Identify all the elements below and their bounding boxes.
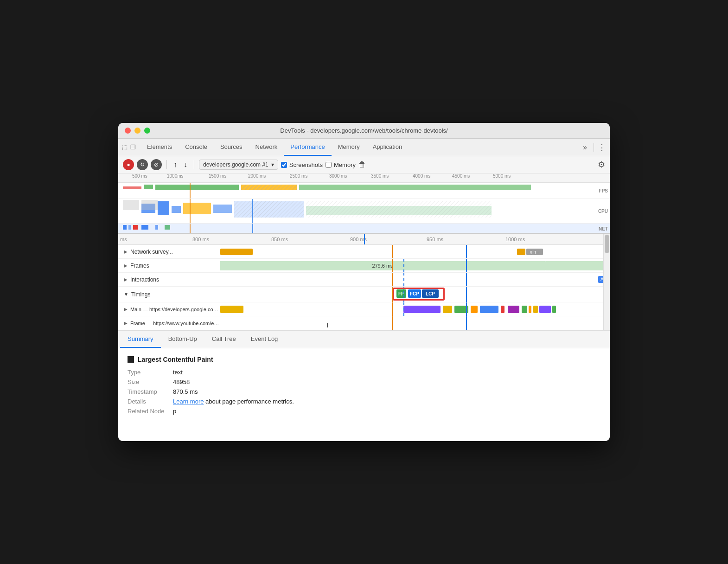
net-row: NET <box>118 224 610 234</box>
interactions-expand-arrow[interactable]: ▶ <box>124 277 128 282</box>
track-interactions: ▶ Interactions A... <box>118 273 610 287</box>
clear-button[interactable]: 🗑 <box>358 160 366 169</box>
network-expand-arrow[interactable]: ▶ <box>124 249 128 254</box>
tab-bottom-up[interactable]: Bottom-Up <box>161 331 204 348</box>
main-vline <box>466 302 467 316</box>
ruler2-tick-950: 950 ms <box>427 237 443 242</box>
detail-title: Largest Contentful Paint <box>128 356 600 363</box>
tab-performance[interactable]: Performance <box>284 139 331 156</box>
tab-sources[interactable]: Sources <box>214 139 249 156</box>
frames-vline-orange <box>392 259 393 272</box>
detail-size-row: Size 48958 <box>128 378 600 385</box>
svg-rect-1 <box>144 185 153 189</box>
network-vline <box>466 245 467 258</box>
detail-related-row: Related Node p <box>128 408 600 415</box>
tab-call-tree[interactable]: Call Tree <box>204 331 243 348</box>
size-value: 48958 <box>173 378 190 385</box>
copy-icon[interactable]: ❐ <box>130 144 136 151</box>
toolbar-sep-1 <box>166 160 167 169</box>
frame-expand-arrow[interactable]: ▶ <box>124 320 128 326</box>
frames-vline <box>466 259 467 272</box>
svg-rect-14 <box>234 201 304 218</box>
timing-fp-chip[interactable]: FP <box>396 289 406 298</box>
ruler-tick-1500: 1500 ms <box>209 173 226 179</box>
scrollbar[interactable] <box>603 234 610 330</box>
download-button[interactable]: ↓ <box>182 160 189 170</box>
svg-rect-0 <box>123 186 141 189</box>
main-bar-purple2 <box>508 306 519 313</box>
svg-rect-2 <box>155 185 239 190</box>
toolbar: ● ↻ ⊘ ↑ ↓ developers.google.com #1 ▾ Scr… <box>118 156 610 173</box>
timing-fcp-chip[interactable]: FCP <box>408 289 421 298</box>
memory-checkbox-label[interactable]: Memory <box>326 161 356 168</box>
memory-checkbox[interactable] <box>326 162 332 168</box>
fps-chart <box>118 183 610 199</box>
track-frames-label[interactable]: ▶ Frames <box>118 263 220 269</box>
net-chart <box>118 224 610 234</box>
frame-vline-orange <box>392 316 393 330</box>
bottom-tabs: Summary Bottom-Up Call Tree Event Log <box>118 331 610 348</box>
tab-elements[interactable]: Elements <box>140 139 179 156</box>
scrollbar-thumb[interactable] <box>605 235 609 253</box>
maximize-button[interactable] <box>144 128 150 134</box>
ruler-tick-1000: 1000ms <box>167 173 184 179</box>
svg-rect-22 <box>128 225 131 230</box>
timings-expand-arrow[interactable]: ▼ <box>124 292 128 297</box>
record-button[interactable]: ● <box>123 159 134 170</box>
timing-lcp-chip[interactable]: LCP <box>422 289 439 298</box>
screenshots-checkbox[interactable] <box>281 162 287 168</box>
frame-track-content <box>220 316 610 330</box>
type-label: Type <box>128 369 169 376</box>
title-bar: DevTools - developers.google.com/web/too… <box>118 123 610 139</box>
cursor-icon[interactable]: ⬚ <box>122 144 128 151</box>
timeline-detail[interactable]: ms 800 ms 850 ms 900 ms 950 ms 1000 ms ▶… <box>118 234 610 331</box>
window-title: DevTools - developers.google.com/web/too… <box>280 127 447 134</box>
main-bar-yellow <box>443 306 452 313</box>
tab-network[interactable]: Network <box>249 139 284 156</box>
menu-dots-button[interactable]: ⋮ <box>598 142 606 153</box>
upload-button[interactable]: ↑ <box>172 160 179 170</box>
minimize-button[interactable] <box>134 128 140 134</box>
tab-application[interactable]: Application <box>366 139 409 156</box>
settings-button[interactable]: ⚙ <box>598 160 605 170</box>
frames-expand-arrow[interactable]: ▶ <box>124 263 128 268</box>
main-vline-orange <box>392 302 393 316</box>
frames-label-text: Frames <box>130 263 149 269</box>
main-expand-arrow[interactable]: ▶ <box>124 307 128 312</box>
toolbar-sep-2 <box>194 160 194 169</box>
detail-timestamp-row: Timestamp 870.5 ms <box>128 388 600 395</box>
track-main-label[interactable]: ▶ Main — https://developers.google.com/w… <box>118 307 220 312</box>
tab-console[interactable]: Console <box>179 139 214 156</box>
main-bar-green3 <box>552 306 556 313</box>
cpu-chart <box>118 199 610 223</box>
frames-track-content: 279.6 ms <box>220 259 610 272</box>
close-button[interactable] <box>125 128 131 134</box>
tab-event-log[interactable]: Event Log <box>243 331 286 348</box>
network-vline-orange <box>392 245 393 258</box>
frames-bar: 279.6 ms <box>220 261 545 270</box>
timeline-ruler-2: ms 800 ms 850 ms 900 ms 950 ms 1000 ms <box>118 234 610 245</box>
more-tabs-button[interactable]: » <box>580 143 590 152</box>
reload-button[interactable]: ↻ <box>137 159 148 170</box>
url-chevron-icon: ▾ <box>271 161 274 168</box>
tab-summary[interactable]: Summary <box>120 331 161 348</box>
main-label-text: Main — https://developers.google.com/web… <box>130 307 220 312</box>
ruler2-tick-1000: 1000 ms <box>505 237 525 242</box>
url-selector[interactable]: developers.google.com #1 ▾ <box>199 160 278 170</box>
overview-panel[interactable]: FPS CPU <box>118 183 610 234</box>
track-timings-label[interactable]: ▼ Timings <box>118 291 220 298</box>
ruler2-tick-850: 850 ms <box>271 237 288 242</box>
tab-memory[interactable]: Memory <box>332 139 366 156</box>
learn-more-link[interactable]: Learn more <box>173 398 204 405</box>
track-interactions-label[interactable]: ▶ Interactions <box>118 276 220 283</box>
interactions-track-content: A... <box>220 273 610 286</box>
track-network-label[interactable]: ▶ Network survey... <box>118 249 220 255</box>
track-frame: ▶ Frame — https://www.youtube.com/embed/… <box>118 316 610 330</box>
screenshots-checkbox-label[interactable]: Screenshots <box>281 161 323 168</box>
cancel-button[interactable]: ⊘ <box>151 159 162 170</box>
network-bar-right2: g g... <box>526 249 543 255</box>
track-frame-label[interactable]: ▶ Frame — https://www.youtube.com/embed/… <box>118 320 220 326</box>
main-bar-purple <box>403 306 441 313</box>
frame-label-text: Frame — https://www.youtube.com/embed/G_… <box>130 320 220 326</box>
svg-rect-24 <box>141 225 148 230</box>
